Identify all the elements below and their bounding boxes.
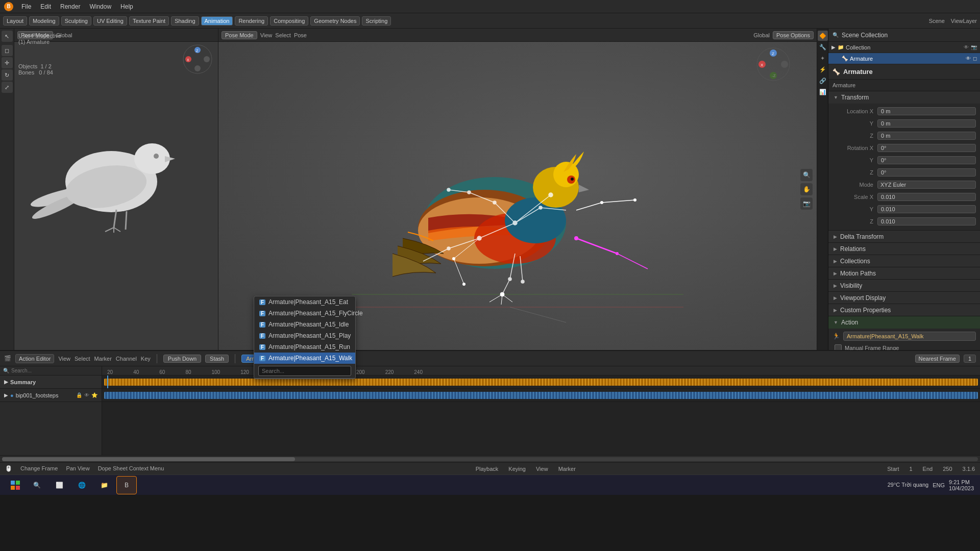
action-editor-label[interactable]: Action Editor [15,354,54,363]
dropdown-item-flycircle[interactable]: F Armature|Pheasant_A15_FlyCircle [254,308,355,319]
timeline-key-menu[interactable]: Key [141,356,151,362]
tab-animation[interactable]: Animation [201,16,233,26]
dropdown-item-play[interactable]: F Armature|Pheasant_A15_Play [254,330,355,341]
render-icon[interactable]: 📷 [971,44,977,50]
taskbar-taskview[interactable]: ⬜ [49,476,69,494]
svg-text:X: X [761,63,764,67]
tab-compositing[interactable]: Compositing [270,16,308,26]
dropdown-item-run[interactable]: F Armature|Pheasant_A15_Run [254,341,355,353]
playhead[interactable] [107,375,108,388]
start-frame-value[interactable]: 1 [909,466,912,472]
nav-gizmo-left[interactable]: Z X [182,44,213,74]
scrollbar-thumb[interactable] [2,457,295,461]
tab-shading[interactable]: Shading [171,16,199,26]
start-button[interactable] [6,476,24,494]
zoom-in-btn[interactable]: 🔍 [800,169,813,181]
tool-cursor[interactable]: ↖ [2,31,13,42]
timeline-marker-menu[interactable]: Marker [94,356,112,362]
outliner-collection[interactable]: ▶ 📁 Collection 👁 📷 [828,42,980,53]
tool-move[interactable]: ✛ [2,57,13,68]
timeline-channel-menu[interactable]: Channel [116,356,137,362]
taskbar-search[interactable]: 🔍 [27,476,47,494]
taskbar-browser[interactable]: 🌐 [71,476,92,494]
props-icon-constraints[interactable]: 🔗 [818,76,828,86]
frame-selector[interactable]: Nearest Frame [915,355,960,363]
outliner-armature[interactable]: 🦴 Armature 👁 ◻ [828,53,980,64]
timeline-view-menu[interactable]: View [58,356,70,362]
motion-paths-section[interactable]: ▶ Motion Paths [828,267,980,280]
menu-help[interactable]: Help [116,2,137,11]
tab-layout[interactable]: Layout [3,16,27,26]
keying-label[interactable]: Keying [508,466,526,472]
current-frame[interactable]: 1 [964,355,976,363]
props-icon-modifier[interactable]: 🔧 [818,42,828,52]
tool-scale[interactable]: ⤢ [2,82,13,93]
dropdown-item-eat[interactable]: F Armature|Pheasant_A15_Eat [254,296,355,308]
stash-btn[interactable]: Stash [205,355,229,363]
menu-render[interactable]: Render [56,2,84,11]
menu-edit[interactable]: Edit [36,2,55,11]
view-label[interactable]: View [536,466,548,472]
props-icon-physics[interactable]: ⚡ [818,64,828,74]
dropdown-search-input[interactable] [258,366,351,376]
action-section-header[interactable]: ▼ Action [828,316,980,329]
hand-btn[interactable]: ✋ [800,183,813,195]
taskbar-blender[interactable]: B [116,476,137,494]
marker-label[interactable]: Marker [558,466,576,472]
scrollbar-track[interactable] [2,457,978,461]
transform-section-header[interactable]: ▼ Transform [828,91,980,104]
taskbar-filemanager[interactable]: 📁 [94,476,114,494]
visibility-section[interactable]: ▶ Visibility [828,280,980,292]
scale-z-input[interactable]: 0.010 [877,217,976,226]
track-solo[interactable]: ⭐ [91,392,97,398]
dropdown-item-walk[interactable]: F Armature|Pheasant_A15_Walk [254,353,355,364]
tab-texture-paint[interactable]: Texture Paint [129,16,169,26]
timeline-header: 🎬 Action Editor View Select Marker Chann… [0,351,980,366]
menu-window[interactable]: Window [85,2,115,11]
location-z-input[interactable]: 0 m [877,132,976,140]
tool-rotate[interactable]: ↻ [2,69,13,81]
mode-select[interactable]: XYZ Euler [877,181,976,189]
menu-file[interactable]: File [17,2,35,11]
manual-frame-checkbox[interactable] [835,344,842,350]
custom-properties-section[interactable]: ▶ Custom Properties [828,304,980,316]
timeline-search-input[interactable] [11,368,99,373]
armature-vis-icon[interactable]: 👁 [966,56,971,61]
tab-scripting[interactable]: Scripting [362,16,391,26]
collections-section[interactable]: ▶ Collections [828,255,980,267]
tab-geometry-nodes[interactable]: Geometry Nodes [310,16,360,26]
location-y-input[interactable]: 0 m [877,119,976,128]
armature-sel-icon[interactable]: ◻ [973,56,977,61]
viewport-display-section[interactable]: ▶ Viewport Display [828,292,980,304]
tab-uv-editing[interactable]: UV Editing [93,16,127,26]
push-down-btn[interactable]: Push Down [163,355,201,363]
tab-sculpting[interactable]: Sculpting [61,16,91,26]
rotation-z-input[interactable]: 0° [877,168,976,177]
track-mute[interactable]: 👁 [84,392,89,398]
camera-btn[interactable]: 📷 [800,197,813,210]
playback-label[interactable]: Playback [476,466,499,472]
nav-gizmo-center[interactable]: Z X -Z [755,46,791,82]
tab-rendering[interactable]: Rendering [235,16,268,26]
rotation-y-input[interactable]: 0° [877,156,976,164]
tool-select[interactable]: ◻ [2,45,13,56]
rotation-x-input[interactable]: 0° [877,144,976,152]
action-name-field[interactable]: Armature|Pheasant_A15_Walk [843,332,976,341]
timeline-select-menu[interactable]: Select [75,356,90,362]
delta-transform-section[interactable]: ▶ Delta Transform [828,231,980,243]
end-frame-value[interactable]: 250 [943,466,952,472]
props-icon-object[interactable]: 🔶 [818,31,828,41]
scale-x-input[interactable]: 0.010 [877,193,976,201]
props-icon-particles[interactable]: ✦ [818,53,828,63]
relations-section[interactable]: ▶ Relations [828,243,980,255]
vis-icon[interactable]: 👁 [964,44,969,50]
dropdown-item-idle[interactable]: F Armature|Pheasant_A15_Idle [254,319,355,330]
props-icon-data[interactable]: 📊 [818,87,828,97]
track-lock[interactable]: 🔒 [76,392,82,398]
pose-options-btn[interactable]: Pose Options [773,31,814,39]
scale-y-input[interactable]: 0.010 [877,205,976,213]
location-x-input[interactable]: 0 m [877,107,976,115]
svg-point-54 [616,252,619,255]
pose-mode-btn2[interactable]: Pose Mode [222,31,257,39]
tab-modeling[interactable]: Modeling [29,16,59,26]
